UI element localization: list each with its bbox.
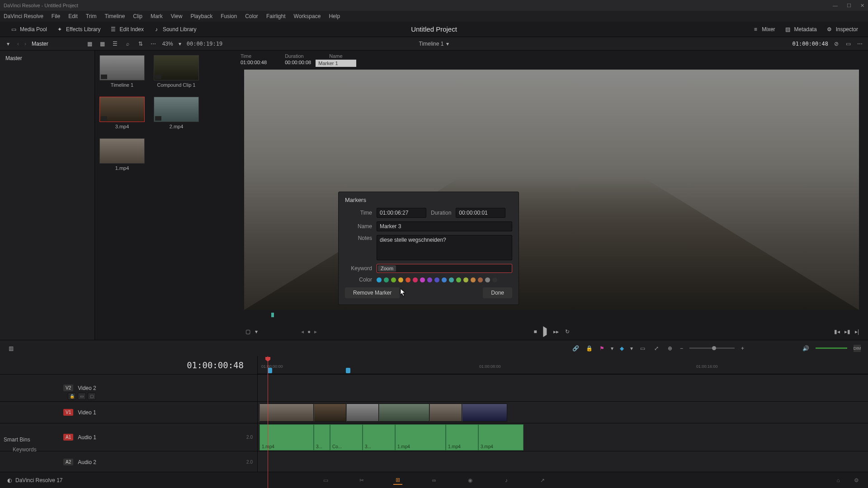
color-swatch[interactable]: [377, 277, 382, 282]
timeline-marker[interactable]: [346, 368, 350, 373]
link-icon[interactable]: 🔗: [572, 345, 580, 352]
volume-icon[interactable]: 🔊: [802, 345, 809, 352]
prev-edit-icon[interactable]: ◂: [301, 328, 304, 335]
bin-master[interactable]: Master: [3, 53, 92, 63]
zoom-slider[interactable]: [689, 347, 735, 349]
flag-icon[interactable]: ⚑: [599, 345, 604, 352]
chevron-down-icon[interactable]: ▾: [611, 345, 613, 352]
video-clip[interactable]: [429, 404, 462, 422]
sound-library-button[interactable]: ♪Sound Library: [148, 24, 201, 35]
timeline-marker[interactable]: [268, 368, 272, 373]
edit-index-button[interactable]: ☰Edit Index: [105, 24, 148, 35]
cut-page-icon[interactable]: ✂: [357, 476, 366, 485]
marker-keyword-input[interactable]: Zoom: [377, 264, 512, 273]
fairlight-page-icon[interactable]: ♪: [502, 476, 511, 485]
match-frame-icon[interactable]: ●: [307, 328, 311, 335]
home-icon[interactable]: ⌂: [834, 476, 843, 485]
audio-clip[interactable]: 3...: [363, 424, 395, 450]
smart-bin-keywords[interactable]: Keywords: [4, 446, 91, 453]
insert-mode-icon[interactable]: ▢: [244, 328, 251, 335]
menu-playback[interactable]: Playback: [190, 13, 212, 19]
color-swatch[interactable]: [384, 277, 389, 282]
mixer-button[interactable]: ≡Mixer: [747, 24, 779, 35]
zoom-percent[interactable]: 43%: [162, 41, 173, 47]
marker-icon[interactable]: ◆: [620, 345, 624, 352]
color-swatch[interactable]: [478, 277, 483, 282]
done-button[interactable]: Done: [483, 287, 512, 298]
track-v2[interactable]: [258, 374, 868, 401]
timeline-view-options-icon[interactable]: ▥: [7, 345, 14, 352]
color-swatch[interactable]: [406, 277, 410, 282]
next-icon[interactable]: ▸▸: [553, 328, 559, 335]
color-swatch[interactable]: [456, 277, 461, 282]
close-icon[interactable]: ✕: [860, 3, 864, 9]
zoom-detail-icon[interactable]: ⊕: [666, 345, 674, 352]
lock-icon[interactable]: 🔒: [586, 345, 593, 352]
clip-thumb[interactable]: 1.mp4: [99, 138, 145, 171]
stop-icon[interactable]: ■: [533, 328, 537, 335]
menu-file[interactable]: File: [52, 13, 60, 19]
menu-clip[interactable]: Clip: [133, 13, 142, 19]
play-icon[interactable]: [543, 328, 547, 335]
zoom-fit-icon[interactable]: ⤢: [653, 345, 660, 352]
menu-trim[interactable]: Trim: [86, 13, 97, 19]
timeline-dropdown-icon[interactable]: ▾: [446, 41, 449, 47]
audio-clip[interactable]: 1.mp4: [446, 424, 478, 450]
view-list-icon[interactable]: ☰: [112, 40, 119, 47]
color-swatch[interactable]: [398, 277, 403, 282]
bypass-icon[interactable]: ⊘: [833, 40, 840, 47]
jog-end-icon[interactable]: ▸|: [855, 328, 859, 335]
timeline-content[interactable]: 01:00:00:00 01:00:08:00 01:00:16:00 1.mp…: [258, 356, 868, 488]
go-end-icon[interactable]: ▸▮: [844, 328, 850, 335]
color-swatch[interactable]: [471, 277, 476, 282]
zoom-in-icon[interactable]: +: [741, 345, 744, 352]
auto-select-icon[interactable]: ▭: [78, 393, 86, 400]
viewer-canvas[interactable]: [244, 70, 859, 310]
playhead-indicator[interactable]: [271, 313, 274, 317]
media-pool-button[interactable]: ▭Media Pool: [5, 24, 52, 35]
marker-name-field[interactable]: Marker 1: [316, 60, 356, 67]
color-swatch[interactable]: [434, 277, 439, 282]
loop-icon[interactable]: ↻: [565, 328, 570, 335]
options-icon[interactable]: ⋯: [150, 40, 157, 47]
color-swatch[interactable]: [427, 277, 432, 282]
track-v1[interactable]: [258, 401, 868, 423]
lock-track-icon[interactable]: 🔒: [68, 393, 76, 400]
dim-icon[interactable]: DIM: [854, 345, 861, 352]
color-swatch[interactable]: [413, 277, 418, 282]
remove-marker-button[interactable]: Remove Marker: [345, 287, 400, 298]
color-swatch[interactable]: [449, 277, 454, 282]
next-edit-icon[interactable]: ▸: [314, 328, 317, 335]
menu-view[interactable]: View: [171, 13, 183, 19]
marker-notes-input[interactable]: [377, 235, 512, 260]
marker-name-input[interactable]: [377, 221, 512, 231]
audio-clip[interactable]: 3.mp4: [478, 424, 524, 450]
minimize-icon[interactable]: —: [833, 3, 838, 9]
bin-list-icon[interactable]: ▾: [5, 40, 12, 47]
breadcrumb-master[interactable]: Master: [32, 41, 48, 47]
color-swatch[interactable]: [463, 277, 468, 282]
nav-back-icon[interactable]: ‹: [17, 41, 19, 47]
media-page-icon[interactable]: ▭: [321, 476, 330, 485]
audio-clip[interactable]: 1.mp4: [395, 424, 446, 450]
go-start-icon[interactable]: ▮◂: [834, 328, 840, 335]
menu-workspace[interactable]: Workspace: [294, 13, 321, 19]
menu-timeline[interactable]: Timeline: [104, 13, 125, 19]
marker-time-input[interactable]: [377, 208, 426, 218]
search-icon[interactable]: ⌕: [124, 40, 132, 47]
inspector-button[interactable]: ⚙Inspector: [821, 24, 863, 35]
track-a2[interactable]: [258, 451, 868, 473]
track-header-v2[interactable]: V2 Video 2 🔒▭▢: [0, 374, 257, 401]
track-header-v1[interactable]: V1 Video 1: [0, 401, 257, 423]
marker-duration-input[interactable]: [456, 208, 505, 218]
sort-icon[interactable]: ⇅: [137, 40, 144, 47]
viewer-options-icon[interactable]: ⋯: [856, 40, 863, 47]
markers-dialog[interactable]: Markers Time Duration Name Notes Keyword…: [338, 192, 519, 305]
chevron-down-icon[interactable]: ▾: [255, 328, 258, 335]
timeline-ruler[interactable]: 01:00:00:00 01:00:08:00 01:00:16:00: [258, 356, 868, 374]
chevron-down-icon[interactable]: ▾: [179, 41, 181, 47]
timeline-name[interactable]: Timeline 1: [419, 41, 444, 47]
fusion-page-icon[interactable]: ∞: [429, 476, 439, 485]
video-clip[interactable]: [379, 404, 429, 422]
single-viewer-icon[interactable]: ▭: [844, 40, 852, 47]
